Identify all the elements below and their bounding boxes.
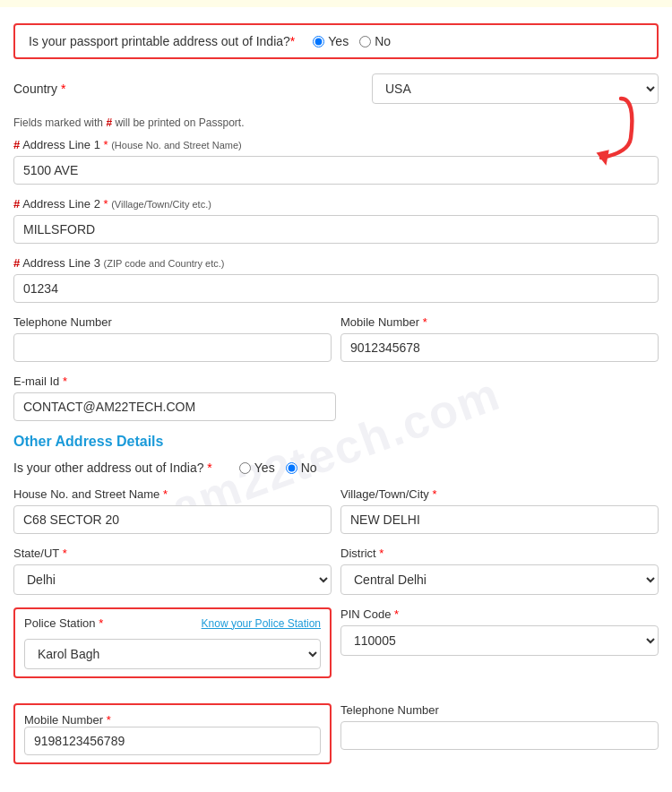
police-pin-row: Police Station * Know your Police Statio… — [13, 607, 659, 691]
other-address-question-row: Is your other address out of India? * Ye… — [13, 461, 659, 475]
other-mobile-box: Mobile Number * — [13, 703, 332, 764]
email-col: E-mail Id * — [13, 374, 336, 421]
address-line1-input[interactable] — [13, 156, 659, 185]
passport-question-label: Is your passport printable address out o… — [29, 34, 295, 48]
other-address-no-radio[interactable] — [286, 462, 297, 474]
email-input[interactable] — [13, 392, 336, 421]
address-line2-row: # Address Line 2 * (Village/Town/City et… — [13, 197, 659, 244]
state-label: State/UT * — [13, 547, 332, 560]
district-col: District * Central Delhi North Delhi Sou… — [340, 547, 659, 595]
other-mobile-input[interactable] — [24, 727, 321, 755]
address-line1-label: # Address Line 1 * (House No. and Street… — [13, 138, 659, 151]
police-station-header: Police Station * Know your Police Statio… — [24, 616, 321, 630]
email-label: E-mail Id * — [13, 374, 336, 388]
other-address-no-option[interactable]: No — [286, 461, 317, 475]
state-district-row: State/UT * Delhi Maharashtra Karnataka T… — [13, 547, 659, 595]
mobile-col: Mobile Number * — [340, 315, 659, 362]
mobile-input[interactable] — [340, 333, 659, 362]
police-station-select[interactable]: Karol Bagh Connaught Place Paharganj Cha… — [24, 639, 321, 669]
state-select[interactable]: Delhi Maharashtra Karnataka Tamil Nadu U… — [13, 564, 332, 595]
phone-row: Telephone Number Mobile Number * — [13, 315, 659, 362]
other-address-question-label: Is your other address out of India? * — [13, 461, 212, 475]
police-station-box: Police Station * Know your Police Statio… — [13, 607, 332, 678]
other-address-yes-option[interactable]: Yes — [239, 461, 275, 475]
other-telephone-label: Telephone Number — [340, 703, 659, 717]
address-line1-col: # Address Line 1 * (House No. and Street… — [13, 138, 659, 185]
country-select[interactable]: USA India UK Canada Australia — [372, 73, 659, 104]
address-line3-label: # Address Line 3 (ZIP code and Country e… — [13, 256, 659, 270]
state-col: State/UT * Delhi Maharashtra Karnataka T… — [13, 547, 332, 595]
fields-note: Fields marked with # will be printed on … — [13, 116, 659, 129]
other-telephone-input[interactable] — [340, 721, 659, 750]
passport-no-option[interactable]: No — [359, 34, 391, 48]
police-station-label: Police Station * — [24, 616, 103, 630]
pin-code-select[interactable]: 110005 110001 110002 110003 — [340, 625, 659, 656]
other-mobile-label: Mobile Number * — [24, 713, 111, 727]
telephone-input[interactable] — [13, 333, 332, 362]
pin-col: PIN Code * 110005 110001 110002 110003 — [340, 607, 659, 656]
telephone-label: Telephone Number — [13, 315, 332, 329]
other-address-radio-group: Yes No — [239, 461, 317, 475]
address-line3-row: # Address Line 3 (ZIP code and Country e… — [13, 256, 659, 303]
address-line3-input[interactable] — [13, 274, 659, 303]
village-town-label: Village/Town/City * — [340, 487, 659, 501]
country-select-wrap: USA India UK Canada Australia — [372, 73, 659, 104]
other-address-yes-radio[interactable] — [239, 462, 251, 474]
house-no-col: House No. and Street Name * — [13, 487, 332, 534]
other-mobile-col: Mobile Number * — [13, 703, 332, 777]
village-town-col: Village/Town/City * — [340, 487, 659, 534]
house-no-input[interactable] — [13, 505, 332, 534]
other-mobile-telephone-row: Mobile Number * Telephone Number — [13, 703, 659, 777]
other-address-section-title: Other Address Details — [13, 434, 659, 450]
village-town-input[interactable] — [340, 505, 659, 534]
other-telephone-col: Telephone Number — [340, 703, 659, 750]
email-row: E-mail Id * — [13, 374, 659, 421]
pin-label: PIN Code * — [340, 607, 659, 621]
passport-question-box: Is your passport printable address out o… — [13, 23, 659, 59]
telephone-col: Telephone Number — [13, 315, 332, 362]
country-row: Country * USA India UK Canada Australia — [13, 73, 659, 104]
top-hint-bar — [0, 0, 672, 7]
address-line3-col: # Address Line 3 (ZIP code and Country e… — [13, 256, 659, 303]
passport-no-radio[interactable] — [359, 36, 371, 47]
house-no-label: House No. and Street Name * — [13, 487, 332, 501]
district-select[interactable]: Central Delhi North Delhi South Delhi Ea… — [340, 564, 659, 595]
mobile-label: Mobile Number * — [340, 315, 659, 329]
address-line2-input[interactable] — [13, 215, 659, 244]
country-label: Country * — [13, 82, 85, 96]
address-line2-col: # Address Line 2 * (Village/Town/City et… — [13, 197, 659, 244]
house-village-row: House No. and Street Name * Village/Town… — [13, 487, 659, 534]
know-police-station-link[interactable]: Know your Police Station — [202, 617, 321, 630]
district-label: District * — [340, 547, 659, 560]
passport-address-radio-group: Yes No — [313, 34, 391, 48]
passport-yes-radio[interactable] — [313, 36, 324, 47]
address-line2-label: # Address Line 2 * (Village/Town/City et… — [13, 197, 659, 211]
address-line1-row: # Address Line 1 * (House No. and Street… — [13, 138, 659, 185]
passport-yes-option[interactable]: Yes — [313, 34, 349, 48]
police-col: Police Station * Know your Police Statio… — [13, 607, 332, 691]
